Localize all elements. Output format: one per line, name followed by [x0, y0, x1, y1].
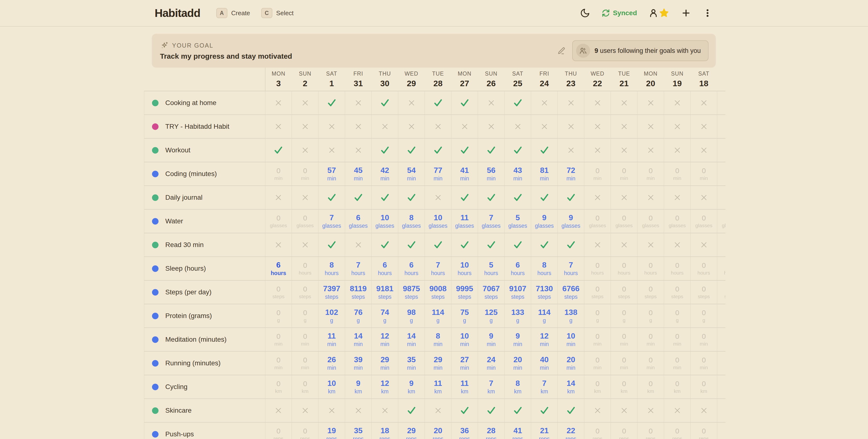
habit-cell[interactable]: [558, 233, 584, 257]
habit-cell[interactable]: [452, 233, 478, 257]
habit-cell[interactable]: [478, 91, 504, 115]
habit-cell[interactable]: 0steps: [611, 280, 638, 304]
habit-row-label[interactable]: Coding (minutes): [144, 162, 265, 186]
habit-cell[interactable]: [638, 91, 664, 115]
habit-cell[interactable]: 125g: [478, 304, 504, 328]
sync-status[interactable]: Synced: [602, 9, 637, 17]
habit-cell[interactable]: 0reps: [584, 423, 611, 439]
habit-cell[interactable]: [531, 91, 558, 115]
habit-cell[interactable]: 114g: [531, 304, 558, 328]
habit-cell[interactable]: [531, 233, 558, 257]
habit-cell[interactable]: 0min: [691, 351, 717, 375]
habit-cell[interactable]: 0g: [638, 304, 664, 328]
habit-cell[interactable]: [265, 399, 292, 423]
habit-cell[interactable]: 0min: [664, 162, 691, 186]
habit-cell[interactable]: [478, 138, 504, 162]
habit-cell[interactable]: [372, 186, 398, 209]
habit-cell[interactable]: [425, 233, 452, 257]
habit-cell[interactable]: [531, 186, 558, 209]
habit-cell[interactable]: 10glasses: [372, 209, 398, 233]
habit-cell[interactable]: 54min: [398, 162, 425, 186]
habit-cell[interactable]: 8glasses: [398, 209, 425, 233]
habit-cell[interactable]: [558, 399, 584, 423]
habit-cell[interactable]: [638, 186, 664, 209]
habit-cell[interactable]: 0reps: [611, 423, 638, 439]
habit-cell[interactable]: 0km: [717, 375, 726, 399]
habit-cell[interactable]: 0km: [664, 375, 691, 399]
habit-cell[interactable]: [398, 91, 425, 115]
habit-cell[interactable]: [531, 115, 558, 138]
habit-cell[interactable]: [478, 186, 504, 209]
habit-cell[interactable]: 0min: [717, 328, 726, 351]
habit-cell[interactable]: [558, 91, 584, 115]
habit-cell[interactable]: [584, 91, 611, 115]
habit-cell[interactable]: 0min: [584, 162, 611, 186]
habit-cell[interactable]: 11km: [425, 375, 452, 399]
habit-cell[interactable]: [265, 186, 292, 209]
habit-cell[interactable]: 43min: [504, 162, 531, 186]
habit-cell[interactable]: 0glasses: [638, 209, 664, 233]
habit-cell[interactable]: 19reps: [318, 423, 345, 439]
edit-goal-button[interactable]: [557, 46, 566, 55]
habit-cell[interactable]: [265, 115, 292, 138]
habit-row-label[interactable]: Workout: [144, 138, 265, 162]
habit-cell[interactable]: [717, 138, 726, 162]
habit-cell[interactable]: 75g: [452, 304, 478, 328]
habit-cell[interactable]: 0glasses: [292, 209, 318, 233]
habit-cell[interactable]: 11min: [318, 328, 345, 351]
habit-cell[interactable]: 20min: [558, 351, 584, 375]
habit-row-label[interactable]: TRY - Habitadd Habit: [144, 115, 265, 138]
habit-cell[interactable]: 0reps: [638, 423, 664, 439]
habit-row-label[interactable]: Daily journal: [144, 186, 265, 209]
habit-cell[interactable]: 6hours: [504, 257, 531, 280]
habit-cell[interactable]: 74g: [372, 304, 398, 328]
habit-cell[interactable]: 6hours: [372, 257, 398, 280]
habit-cell[interactable]: 0km: [292, 375, 318, 399]
habit-cell[interactable]: 0min: [584, 328, 611, 351]
habit-cell[interactable]: 0g: [717, 304, 726, 328]
habit-cell[interactable]: 0min: [265, 351, 292, 375]
habit-cell[interactable]: [611, 115, 638, 138]
habit-cell[interactable]: [425, 138, 452, 162]
habit-cell[interactable]: 7hours: [425, 257, 452, 280]
habit-cell[interactable]: [638, 233, 664, 257]
habit-cell[interactable]: 0min: [292, 351, 318, 375]
habit-cell[interactable]: 22reps: [558, 423, 584, 439]
habit-cell[interactable]: 0min: [717, 162, 726, 186]
habit-cell[interactable]: [504, 186, 531, 209]
habit-cell[interactable]: [345, 115, 372, 138]
habit-cell[interactable]: 8min: [425, 328, 452, 351]
habit-cell[interactable]: 0min: [717, 351, 726, 375]
habit-cell[interactable]: 9km: [345, 375, 372, 399]
habit-cell[interactable]: 7067steps: [478, 280, 504, 304]
habit-cell[interactable]: 7130steps: [531, 280, 558, 304]
habit-cell[interactable]: 81min: [531, 162, 558, 186]
habit-cell[interactable]: 7km: [478, 375, 504, 399]
habit-cell[interactable]: 10km: [318, 375, 345, 399]
habit-cell[interactable]: [398, 138, 425, 162]
habit-cell[interactable]: [318, 399, 345, 423]
habit-cell[interactable]: [452, 399, 478, 423]
habit-cell[interactable]: 0min: [638, 328, 664, 351]
habit-cell[interactable]: [717, 233, 726, 257]
habit-row-label[interactable]: Water: [144, 209, 265, 233]
habit-cell[interactable]: 39min: [345, 351, 372, 375]
habit-cell[interactable]: [717, 399, 726, 423]
habit-cell[interactable]: 9008steps: [425, 280, 452, 304]
habit-cell[interactable]: 10glasses: [425, 209, 452, 233]
habit-cell[interactable]: [531, 138, 558, 162]
habit-cell[interactable]: 138g: [558, 304, 584, 328]
habit-cell[interactable]: 9995steps: [452, 280, 478, 304]
habit-cell[interactable]: 7glasses: [318, 209, 345, 233]
habit-cell[interactable]: 5glasses: [504, 209, 531, 233]
habit-cell[interactable]: 10min: [452, 328, 478, 351]
habit-cell[interactable]: 0steps: [265, 280, 292, 304]
habit-cell[interactable]: 0hours: [717, 257, 726, 280]
habit-cell[interactable]: 6766steps: [558, 280, 584, 304]
habit-cell[interactable]: 10min: [558, 328, 584, 351]
habit-cell[interactable]: 0g: [265, 304, 292, 328]
habit-cell[interactable]: [318, 233, 345, 257]
habit-cell[interactable]: 41min: [452, 162, 478, 186]
habit-cell[interactable]: 0km: [265, 375, 292, 399]
habit-row-label[interactable]: Push-ups: [144, 423, 265, 439]
